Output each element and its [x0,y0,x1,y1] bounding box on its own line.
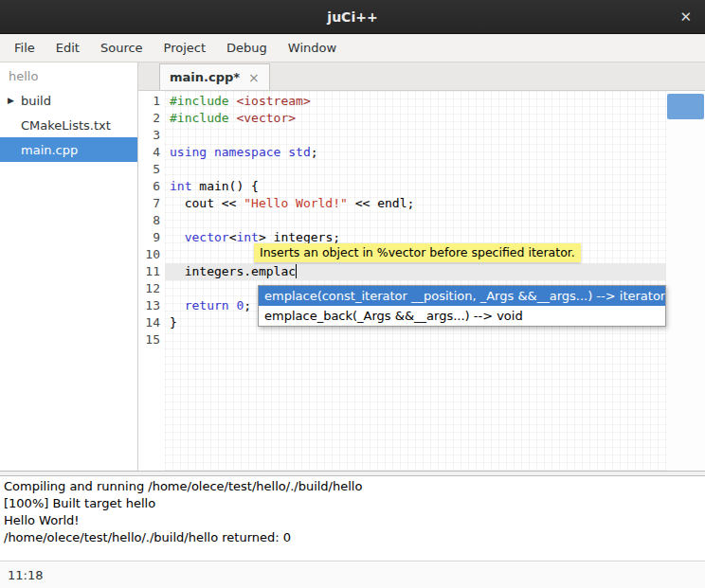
code-token: "Hello World!" [244,196,348,210]
menu-bar: FileEditSourceProjectDebugWindow [0,34,705,62]
tree-item-label: CMakeLists.txt [21,118,111,133]
line-number: 5 [138,161,165,178]
window-title: juCi++ [327,9,377,25]
status-bar: 11:18 [0,561,705,588]
code-line[interactable] [165,331,666,348]
code-token: int [170,179,191,193]
code-line[interactable]: #include <iostream> [165,93,666,110]
tree-item-label: main.cpp [21,143,78,157]
line-number: 6 [138,178,165,195]
code-line[interactable]: integers.emplac [165,263,666,280]
main-content: hello ▶buildCMakeLists.txtmain.cpp main.… [0,62,705,471]
code-area[interactable]: #include <iostream>#include <vector>usin… [165,91,666,471]
editor-pane: main.cpp* × 123456789101112131415 #inclu… [138,62,705,471]
line-number: 4 [138,144,165,161]
autocomplete-item[interactable]: emplace_back(_Args &&__args...) --> void [259,306,665,326]
menu-item-source[interactable]: Source [90,34,154,62]
tab-main-cpp[interactable]: main.cpp* × [159,63,270,90]
code-token: > integers; [259,230,340,244]
tree-item-main-cpp[interactable]: main.cpp [0,137,137,162]
terminal-line: /home/olece/test/hello/./build/hello ret… [4,529,701,546]
code-token: integers.emplac [170,264,296,278]
tab-close-icon[interactable]: × [248,70,260,85]
file-tree: ▶buildCMakeLists.txtmain.cpp [0,88,137,162]
title-bar[interactable]: juCi++ ✕ [0,0,705,34]
code-token: return [185,298,229,312]
terminal-line: Compiling and running /home/olece/test/h… [4,478,701,495]
code-token: ; [244,298,251,312]
terminal-output[interactable]: Compiling and running /home/olece/test/h… [0,476,705,561]
tree-item-build[interactable]: ▶build [0,88,137,113]
line-number: 13 [138,297,165,314]
line-number: 8 [138,212,165,229]
code-token: ; [311,145,318,159]
tree-item-label: build [21,94,51,108]
line-number-gutter: 123456789101112131415 [138,91,165,471]
text-cursor [296,264,297,278]
code-token [170,298,185,312]
code-line[interactable]: using namespace std; [165,144,666,161]
tab-bar: main.cpp* × [138,62,705,91]
line-number: 10 [138,246,165,263]
terminal-line: [100%] Built target hello [4,495,701,512]
tree-item-cmakelists-txt[interactable]: CMakeLists.txt [0,113,137,137]
line-number: 1 [138,93,165,110]
code-line[interactable]: cout << "Hello World!" << endl; [165,195,666,212]
file-sidebar: hello ▶buildCMakeLists.txtmain.cpp [0,62,138,471]
code-token: int [236,230,258,244]
expander-icon[interactable]: ▶ [8,96,21,105]
autocomplete-popup: emplace(const_iterator __position, _Args… [258,285,666,327]
code-token: <iostream> [236,94,310,108]
menu-item-debug[interactable]: Debug [216,34,278,62]
project-folder-label: hello [0,62,137,88]
code-line[interactable] [165,161,666,178]
line-number: 3 [138,127,165,144]
close-window-icon[interactable]: ✕ [679,9,692,24]
line-number: 7 [138,195,165,212]
code-line[interactable]: int main() { [165,178,666,195]
code-line[interactable] [165,212,666,229]
line-number: 12 [138,280,165,297]
source-map[interactable] [666,91,705,471]
code-token: vector [185,230,229,244]
menu-item-window[interactable]: Window [278,34,347,62]
code-token: cout << [170,196,244,210]
code-editor[interactable]: 123456789101112131415 #include <iostream… [138,91,705,471]
code-token: #include [170,94,229,108]
code-line[interactable] [165,127,666,144]
code-token: #include [170,111,229,125]
code-token: namespace [214,145,280,159]
line-number: 11 [138,263,165,280]
code-token: } [170,315,177,330]
code-token [170,230,185,244]
menu-item-edit[interactable]: Edit [45,34,90,62]
line-number: 14 [138,314,165,331]
code-token: main() { [191,179,258,193]
code-line[interactable]: #include <vector> [165,110,666,127]
line-number: 15 [138,331,165,348]
code-token: std [288,145,310,159]
menu-item-file[interactable]: File [4,34,45,62]
line-number: 2 [138,110,165,127]
line-number: 9 [138,229,165,246]
code-token: using [170,145,207,159]
doc-tooltip: Inserts an object in %vector before spec… [254,243,581,262]
source-map-slider[interactable] [667,94,704,119]
menu-item-project[interactable]: Project [154,34,216,62]
tab-label: main.cpp* [170,70,240,84]
autocomplete-item[interactable]: emplace(const_iterator __position, _Args… [259,286,665,306]
code-token: << endl; [348,196,414,210]
code-token [207,145,214,159]
code-token: <vector> [236,111,296,125]
app-window: juCi++ ✕ FileEditSourceProjectDebugWindo… [0,0,705,588]
terminal-line: Hello World! [4,512,701,529]
cursor-position: 11:18 [8,568,43,582]
